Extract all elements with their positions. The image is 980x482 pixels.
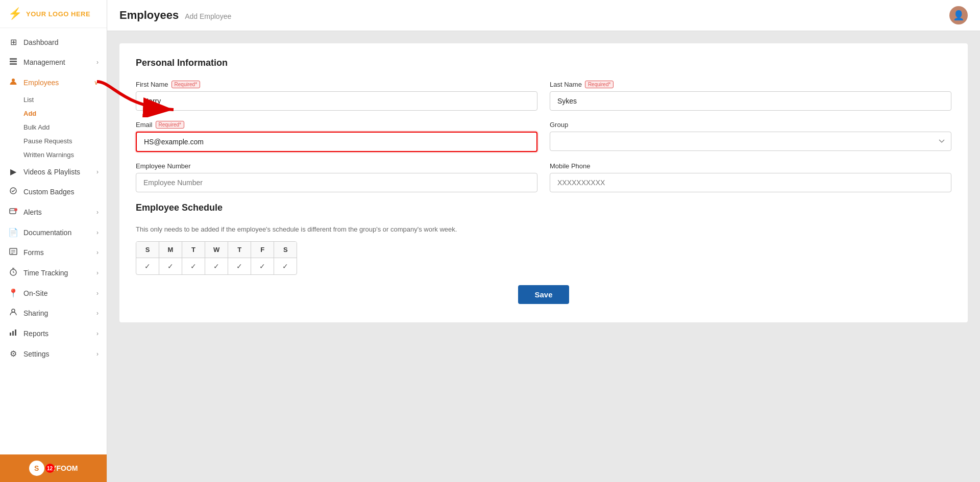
day-check: ✓ [136, 258, 159, 274]
on-site-icon: 📍 [8, 288, 18, 298]
day-col-3[interactable]: W ✓ [205, 242, 228, 274]
day-col-1[interactable]: M ✓ [159, 242, 182, 274]
first-name-group: First Name Required* [136, 81, 537, 111]
save-area: Save [136, 275, 951, 306]
day-header: F [251, 242, 274, 258]
sidebar-item-label: Management [23, 58, 65, 66]
alerts-icon [8, 207, 18, 217]
page-title: Employees [119, 9, 179, 22]
email-label: Email Required* [136, 121, 537, 129]
first-name-label: First Name Required* [136, 81, 537, 88]
sidebar-item-dashboard[interactable]: ⊞ Dashboard [0, 32, 107, 52]
group-select[interactable] [550, 132, 951, 151]
sidebar-item-reports[interactable]: Reports › [0, 323, 107, 344]
subnav-written-warnings[interactable]: Written Warnings [23, 148, 107, 162]
save-button[interactable]: Save [518, 285, 569, 304]
email-group: Email Required* [136, 121, 537, 152]
svg-rect-1 [10, 58, 17, 60]
last-name-input[interactable] [550, 91, 951, 111]
mobile-phone-input[interactable] [550, 173, 951, 192]
mobile-phone-group: Mobile Phone [550, 162, 951, 192]
logo-area: ⚡ YOUR LOGO HERE [0, 0, 107, 28]
sharing-icon [8, 308, 18, 318]
chevron-right-icon: › [96, 310, 99, 317]
day-check: ✓ [228, 258, 251, 274]
last-name-label: Last Name Required* [550, 81, 951, 88]
sidebar-item-label: Documentation [23, 229, 71, 237]
sidebar-item-documentation[interactable]: 📄 Documentation › [0, 222, 107, 242]
sidebar-item-alerts[interactable]: Alerts › [0, 202, 107, 222]
custom-badges-icon [8, 187, 18, 197]
day-col-6[interactable]: S ✓ [274, 242, 297, 274]
svg-rect-2 [10, 61, 17, 62]
subnav-add[interactable]: Add [23, 107, 107, 120]
employees-subnav: List Add Bulk Add Pause Requests Written… [0, 93, 107, 162]
sidebar-item-forms[interactable]: Forms › [0, 242, 107, 263]
employee-number-input[interactable] [136, 173, 537, 192]
sidebar-item-employees[interactable]: Employees ∨ [0, 72, 107, 93]
day-col-5[interactable]: F ✓ [251, 242, 274, 274]
day-header: S [136, 242, 159, 258]
email-input[interactable] [136, 132, 537, 152]
content-area: Personal Information First Name Required… [107, 31, 980, 482]
sidebar-item-label: Reports [23, 329, 48, 338]
subnav-pause-requests[interactable]: Pause Requests [23, 134, 107, 148]
top-bar-title: Employees Add Employee [119, 9, 231, 22]
day-header: M [159, 242, 182, 258]
day-check: ✓ [251, 258, 274, 274]
sidebar-item-label: Sharing [23, 309, 48, 317]
documentation-icon: 📄 [8, 227, 18, 237]
sidebar-nav: ⊞ Dashboard Management › [0, 28, 107, 454]
svg-rect-14 [10, 333, 11, 336]
day-check: ✓ [159, 258, 182, 274]
main-content: Employees Add Employee 👤 Personal Inform… [107, 0, 980, 482]
day-header: W [205, 242, 228, 258]
sidebar-item-label: Time Tracking [23, 269, 68, 277]
tyfoom-button[interactable]: S 12 TYFOOM [0, 454, 107, 482]
chevron-down-icon: ∨ [94, 79, 99, 86]
subnav-bulk-add[interactable]: Bulk Add [23, 120, 107, 134]
sidebar-item-custom-badges[interactable]: Custom Badges [0, 182, 107, 202]
sidebar-item-label: Dashboard [23, 38, 59, 46]
sidebar-item-management[interactable]: Management › [0, 52, 107, 72]
page-subtitle: Add Employee [185, 12, 231, 20]
day-col-2[interactable]: T ✓ [182, 242, 205, 274]
logo-icon: ⚡ [8, 7, 22, 20]
day-header: T [182, 242, 205, 258]
personal-info-title: Personal Information [136, 58, 951, 68]
sidebar-item-on-site[interactable]: 📍 On-Site › [0, 283, 107, 303]
svg-rect-16 [15, 329, 16, 336]
group-group: Group [550, 121, 951, 152]
sidebar-item-settings[interactable]: ⚙ Settings › [0, 344, 107, 364]
day-col-0[interactable]: S ✓ [136, 242, 159, 274]
avatar[interactable]: 👤 [949, 6, 968, 24]
sidebar-item-label: On-Site [23, 289, 47, 297]
tyfoom-icon: S [29, 461, 44, 476]
schedule-description: This only needs to be added if the emplo… [136, 225, 951, 233]
sidebar-item-label: Videos & Playlists [23, 168, 80, 176]
videos-icon: ▶ [8, 167, 18, 176]
sidebar-item-label: Employees [23, 79, 59, 87]
day-check: ✓ [182, 258, 205, 274]
reports-icon [8, 328, 18, 339]
chevron-right-icon: › [96, 229, 99, 236]
group-label: Group [550, 121, 951, 129]
subnav-list[interactable]: List [23, 93, 107, 107]
sidebar-item-label: Settings [23, 350, 50, 358]
employee-phone-row: Employee Number Mobile Phone [136, 162, 951, 192]
sidebar-item-videos[interactable]: ▶ Videos & Playlists › [0, 162, 107, 182]
chevron-right-icon: › [96, 168, 99, 175]
sidebar: ⚡ YOUR LOGO HERE ⊞ Dashboard Management … [0, 0, 107, 482]
top-bar: Employees Add Employee 👤 [107, 0, 980, 31]
employees-icon [8, 78, 18, 88]
mobile-phone-label: Mobile Phone [550, 162, 951, 170]
svg-point-4 [12, 79, 15, 82]
first-name-input[interactable] [136, 91, 537, 111]
last-name-group: Last Name Required* [550, 81, 951, 111]
svg-point-13 [12, 309, 15, 312]
day-col-4[interactable]: T ✓ [228, 242, 251, 274]
day-header: T [228, 242, 251, 258]
day-header: S [274, 242, 297, 258]
sidebar-item-sharing[interactable]: Sharing › [0, 303, 107, 323]
sidebar-item-time-tracking[interactable]: Time Tracking › [0, 263, 107, 283]
